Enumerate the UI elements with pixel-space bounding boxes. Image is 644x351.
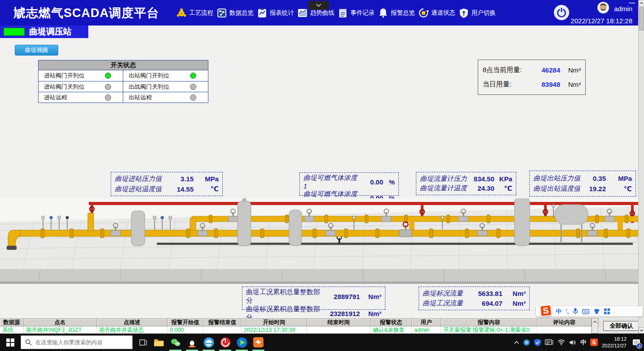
ime-indicator[interactable]: 中	[580, 338, 586, 347]
alarm-table-scrollbar[interactable]	[592, 318, 598, 334]
metric-label: 曲堤标况流量	[423, 289, 471, 298]
nav-label: 事件记录	[350, 9, 375, 17]
taskbar-app-internet-explorer[interactable]	[200, 334, 217, 351]
sogou-tray-icon[interactable]: S	[590, 338, 598, 346]
accumulated-totals-panel: 曲堤工况累积总量整数部分2889791Nm³ 曲堤标况累积总量整数部分23281…	[242, 287, 385, 310]
punctuation-toggle[interactable]: ’,	[566, 308, 569, 315]
switch-label: 进站阀门开到位	[44, 72, 85, 80]
volume-speaker-icon[interactable]	[569, 339, 576, 346]
confirm-all-area: 全部确认	[599, 318, 644, 334]
column-header[interactable]: 数据源	[0, 319, 24, 326]
keyboard-icon	[545, 339, 553, 345]
power-exit-button[interactable]	[553, 4, 570, 21]
task-view-button[interactable]	[135, 334, 151, 351]
skin-icon[interactable]	[593, 308, 600, 314]
status-led	[190, 73, 196, 79]
metric-unit: Nm³	[360, 310, 381, 317]
ime-mode-toggle[interactable]: 中	[556, 308, 562, 316]
sogou-logo-icon[interactable]: S	[540, 304, 553, 317]
taskbar-search-box[interactable]	[21, 335, 133, 349]
security-shield-icon[interactable]	[534, 339, 541, 346]
window-scrollbar[interactable]	[638, 0, 644, 334]
nav-item-event-log[interactable]: 事件记录	[337, 8, 375, 18]
taskbar-app-qq[interactable]	[184, 334, 200, 351]
nav-item-alarm-overview[interactable]: 报警总览	[378, 8, 415, 18]
hidden-icons-chevron[interactable]	[514, 341, 519, 344]
start-button[interactable]	[0, 334, 21, 351]
column-header[interactable]: 结束时间	[307, 319, 371, 326]
network-wifi-icon[interactable]	[558, 339, 565, 345]
file-explorer-icon	[153, 337, 164, 348]
alarm-cell: 0.000	[168, 326, 203, 334]
nav-item-channel-status[interactable]: 通道状态	[418, 8, 455, 18]
avatar[interactable]	[597, 1, 609, 16]
netease-music-icon	[220, 337, 231, 348]
minimize-button[interactable]: —	[627, 0, 636, 6]
scroll-down-arrow[interactable]	[639, 327, 644, 334]
chevron-down-icon	[316, 4, 321, 7]
column-header[interactable]: 评论内容	[537, 319, 592, 326]
wifi-icon	[558, 339, 565, 345]
metric-unit: Nm³	[360, 293, 381, 300]
alarm-row[interactable]: 系统 南齐阀井\NQFJ_JGZT 南齐阀井井盖状态 0.000 2022/12…	[0, 326, 644, 334]
metric-value: 694.07	[471, 300, 502, 307]
switch-label: 出站远程	[129, 94, 152, 102]
column-header[interactable]: 报警状态	[371, 319, 412, 326]
header-dropdown-toggle[interactable]	[308, 1, 329, 10]
search-input[interactable]	[35, 339, 125, 346]
chevron-up-icon	[514, 341, 519, 344]
wechat-icon	[170, 337, 182, 348]
metric-label: 曲堤出站压力值	[533, 174, 583, 183]
toolbox-grid-icon[interactable]	[604, 308, 610, 314]
metric-label: 曲堤进站温度值	[115, 185, 168, 193]
column-header[interactable]: 报警开始值	[168, 319, 203, 326]
notification-badge: 3	[636, 343, 642, 349]
gas-concentration-panel: 曲堤可燃气体浓度10.00% 曲堤可燃气体浓度20.00%	[299, 172, 399, 196]
column-header[interactable]: 报警结束值	[203, 319, 242, 326]
windows-logo-icon	[6, 338, 14, 347]
taskbar-app-file-explorer[interactable]	[151, 334, 167, 351]
microphone-icon[interactable]	[573, 308, 578, 315]
column-header[interactable]: 报警内容	[441, 319, 537, 326]
touch-keyboard-icon[interactable]	[545, 339, 553, 345]
station-tab[interactable]: 曲堤调压站	[0, 26, 88, 38]
column-header[interactable]: 用户	[412, 319, 441, 326]
nav-item-data-overview[interactable]: 数据总览	[216, 8, 254, 18]
alarm-cell	[307, 326, 371, 334]
alarm-cell	[537, 326, 592, 334]
switch-status-title: 开关状态	[39, 60, 208, 70]
metric-unit: MPa	[606, 175, 632, 182]
column-header[interactable]: 点名	[24, 319, 97, 326]
taskbar-app-netease-music[interactable]	[217, 334, 233, 351]
tray-blue-app-icon[interactable]	[523, 339, 530, 346]
nav-item-process-flow[interactable]: 工艺流程	[176, 8, 213, 18]
soft-keyboard-icon[interactable]	[582, 309, 589, 314]
table-row: 进站阀门关到位 出战阀门关到位	[39, 81, 208, 92]
user-info-block: admin 2022/12/27 18:12:28	[571, 1, 632, 25]
nav-item-user-switch[interactable]: 用户切换	[458, 8, 496, 18]
metric-value: 24.30	[467, 184, 494, 192]
taskbar-app-video-player[interactable]	[233, 334, 250, 351]
metric-value: 19.22	[583, 185, 606, 193]
usage-label: 8点当前用量:	[483, 66, 532, 74]
metric-label: 曲堤出站温度值	[533, 184, 583, 193]
scroll-up-arrow[interactable]	[639, 0, 644, 6]
station-video-button[interactable]: 曲堤视频	[15, 45, 58, 56]
status-led	[105, 73, 111, 79]
usage-label: 当日用量:	[483, 80, 532, 89]
metric-label: 曲堤工况流量	[423, 299, 471, 308]
notification-center-button[interactable]: 3	[631, 334, 642, 351]
sogou-ime-toolbar: S 中 ’,	[536, 306, 643, 317]
scroll-up-icon	[640, 1, 644, 5]
taskbar-clock[interactable]: 18:12 2022/12/27	[602, 336, 627, 349]
taskbar-app-wechat[interactable]	[167, 334, 184, 351]
column-header[interactable]: 开始时间	[242, 319, 307, 326]
metric-unit: ℃	[606, 185, 632, 193]
usage-value: 83948	[532, 81, 560, 88]
taskbar-app-downloader[interactable]	[250, 334, 267, 351]
taskbar-date: 2022/12/27	[602, 342, 627, 349]
confirm-all-button[interactable]: 全部确认	[603, 321, 640, 331]
scrollbar-thumb[interactable]	[639, 7, 644, 30]
column-header[interactable]: 点描述	[97, 319, 168, 326]
nav-item-report-stats[interactable]: 报表统计	[257, 8, 294, 18]
